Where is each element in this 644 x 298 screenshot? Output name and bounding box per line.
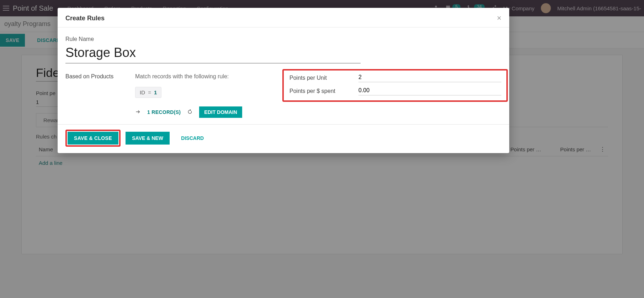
modal-discard-button[interactable]: DISCARD xyxy=(176,132,209,145)
points-per-spent-input[interactable] xyxy=(358,87,501,95)
domain-chip[interactable]: ID = 1 xyxy=(135,87,161,98)
create-rules-modal: Create Rules × Rule Name Based on Produc… xyxy=(58,8,509,153)
refresh-icon[interactable] xyxy=(187,109,193,116)
domain-id-value: 1 xyxy=(154,89,157,95)
based-on-label: Based on Products xyxy=(65,73,135,118)
rule-name-input[interactable] xyxy=(65,45,361,63)
save-and-close-button[interactable]: SAVE & CLOSE xyxy=(68,132,118,145)
save-and-new-button[interactable]: SAVE & NEW xyxy=(126,132,170,145)
rule-name-label: Rule Name xyxy=(65,36,501,42)
arrow-right-icon[interactable] xyxy=(135,109,141,116)
domain-id-key: ID xyxy=(140,89,145,95)
modal-header: Create Rules × xyxy=(58,8,509,27)
modal-body: Rule Name Based on Products Match record… xyxy=(58,27,509,124)
records-link[interactable]: 1 RECORD(S) xyxy=(147,109,181,115)
modal-footer: SAVE & CLOSE SAVE & NEW DISCARD xyxy=(58,124,509,153)
edit-domain-button[interactable]: EDIT DOMAIN xyxy=(199,106,242,118)
points-per-unit-label: Points per Unit xyxy=(289,75,358,81)
modal-right-column: Points per Unit Points per $ spent xyxy=(289,73,501,118)
match-records-text: Match records with the following rule: xyxy=(135,73,242,80)
modal-title: Create Rules xyxy=(65,15,105,22)
points-per-spent-label: Points per $ spent xyxy=(289,88,358,94)
points-per-unit-input[interactable] xyxy=(358,73,501,82)
modal-left-column: Based on Products Match records with the… xyxy=(65,73,275,118)
highlight-annotation-save: SAVE & CLOSE xyxy=(65,130,121,147)
close-icon[interactable]: × xyxy=(497,14,501,22)
domain-eq: = xyxy=(148,89,151,95)
